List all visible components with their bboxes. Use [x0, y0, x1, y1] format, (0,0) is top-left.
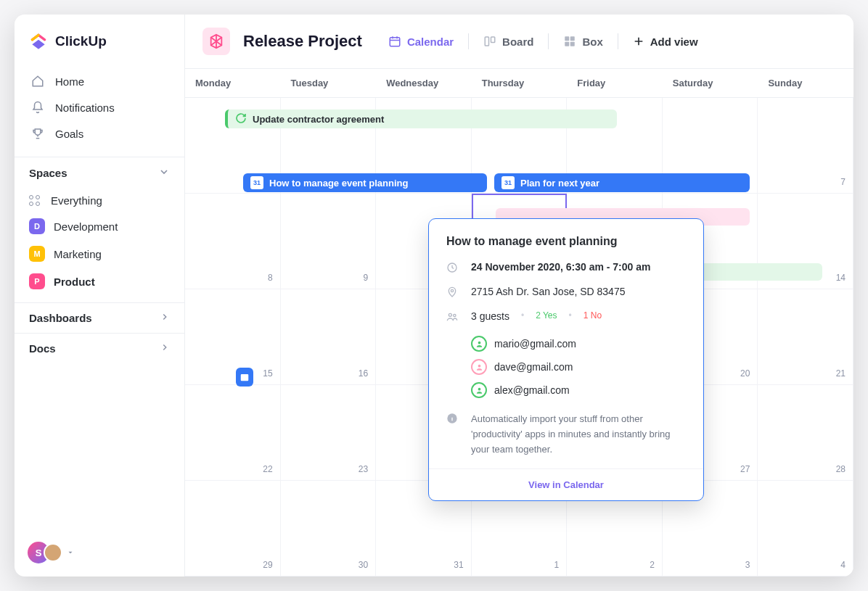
view-label: Board	[502, 36, 533, 48]
separator: •	[569, 310, 572, 325]
section-label: Spaces	[29, 167, 67, 179]
day-header: Tuesday	[281, 69, 377, 97]
space-label: Marketing	[54, 248, 102, 260]
day-cell[interactable]: 29	[185, 481, 281, 576]
calendar-icon	[388, 35, 401, 48]
person-icon	[471, 359, 487, 375]
trophy-icon	[30, 126, 45, 141]
plus-icon	[633, 36, 644, 47]
event-planning[interactable]: 31 How to manage event planning	[243, 173, 487, 192]
chevron-right-icon	[160, 342, 170, 355]
nav-home[interactable]: Home	[22, 68, 177, 94]
view-label: Calendar	[407, 36, 454, 48]
space-badge: D	[29, 218, 45, 234]
svg-point-12	[478, 341, 480, 344]
day-cell[interactable]: 30	[281, 481, 377, 576]
view-in-calendar-link[interactable]: View in Calendar	[429, 468, 703, 500]
space-development[interactable]: D Development	[15, 212, 184, 240]
day-cell[interactable]: 4	[758, 481, 853, 576]
section-dashboards[interactable]: Dashboards	[15, 302, 184, 333]
separator: •	[521, 310, 524, 325]
section-label: Dashboards	[29, 312, 92, 324]
day-header: Thursday	[472, 69, 568, 97]
view-label: Box	[582, 36, 602, 48]
day-cell[interactable]: 8	[185, 194, 281, 289]
popup-title: How to manage event planning	[446, 235, 686, 248]
section-spaces[interactable]: Spaces	[15, 157, 184, 189]
day-cell[interactable]: 7	[758, 98, 853, 194]
event-contractor[interactable]: Update contractor agreement	[225, 109, 617, 128]
space-everything[interactable]: Everything	[15, 189, 184, 212]
guest-row: dave@gmail.com	[471, 355, 686, 379]
logo[interactable]: ClickUp	[15, 15, 184, 65]
svg-rect-0	[390, 38, 400, 46]
view-calendar[interactable]: Calendar	[387, 32, 455, 51]
day-cell[interactable]: 15	[185, 289, 281, 385]
popup-datetime: 24 November 2020, 6:30 am - 7:00 am	[471, 261, 650, 276]
view-board[interactable]: Board	[482, 32, 535, 51]
day-cell[interactable]: 9	[281, 194, 377, 289]
day-header: Monday	[185, 69, 281, 97]
project-title: Release Project	[243, 32, 362, 51]
grid-icon	[563, 35, 576, 48]
space-product[interactable]: P Product	[15, 268, 184, 295]
section-label: Docs	[29, 342, 56, 355]
space-badge: P	[29, 273, 45, 289]
view-label: Add view	[650, 36, 698, 48]
space-label: Development	[54, 220, 118, 233]
nav-label: Home	[55, 75, 84, 88]
bell-icon	[30, 100, 45, 115]
guest-list: mario@gmail.com dave@gmail.com alex@gmai…	[471, 332, 686, 402]
people-icon	[446, 310, 459, 325]
section-docs[interactable]: Docs	[15, 333, 184, 363]
svg-point-9	[451, 289, 453, 292]
nav-notifications[interactable]: Notifications	[22, 94, 177, 120]
guests-yes: 2 Yes	[536, 310, 557, 325]
day-cell[interactable]: 22	[185, 385, 281, 481]
divider	[618, 33, 618, 49]
event-popup: How to manage event planning 24 November…	[428, 218, 704, 501]
day-cell[interactable]: 16	[281, 289, 377, 385]
spaces-list: Everything D Development M Marketing P P…	[15, 189, 184, 302]
day-header: Sunday	[758, 69, 853, 97]
space-marketing[interactable]: M Marketing	[15, 240, 184, 268]
event-next-year[interactable]: 31 Plan for next year	[494, 173, 750, 192]
add-view[interactable]: Add view	[631, 33, 700, 51]
guest-row: alex@gmail.com	[471, 379, 686, 402]
event-chip[interactable]	[236, 368, 253, 387]
nav-label: Goals	[55, 128, 83, 140]
svg-rect-1	[485, 37, 488, 46]
day-cell[interactable]: 23	[281, 385, 377, 481]
main: Release Project Calendar Board Box Add v…	[185, 15, 853, 576]
day-header: Wednesday	[376, 69, 472, 97]
person-icon	[471, 382, 487, 398]
view-box[interactable]: Box	[562, 32, 604, 51]
person-icon	[471, 336, 487, 352]
event-label: Update contractor agreement	[253, 114, 384, 125]
svg-point-10	[449, 313, 451, 316]
board-icon	[483, 35, 496, 48]
svg-point-11	[454, 314, 456, 316]
svg-rect-2	[491, 37, 495, 43]
app-window: ClickUp Home Notifications Goals Spaces	[15, 15, 853, 576]
user-avatars[interactable]: S	[15, 529, 184, 576]
svg-rect-6	[570, 42, 575, 46]
sidebar: ClickUp Home Notifications Goals Spaces	[15, 15, 185, 576]
calendar-header: Monday Tuesday Wednesday Thursday Friday…	[185, 69, 853, 98]
day-cell[interactable]: 21	[758, 289, 853, 385]
space-badge: M	[29, 246, 45, 262]
guest-email: alex@gmail.com	[494, 384, 570, 396]
guest-email: mario@gmail.com	[494, 338, 576, 350]
info-icon	[446, 412, 459, 457]
svg-rect-3	[565, 36, 570, 41]
nav-goals[interactable]: Goals	[22, 120, 177, 146]
chevron-down-icon	[158, 166, 170, 180]
svg-point-14	[478, 387, 480, 390]
logo-icon	[29, 32, 48, 51]
refresh-icon	[235, 112, 247, 126]
day-cell[interactable]: 28	[758, 385, 853, 481]
calendar: Monday Tuesday Wednesday Thursday Friday…	[185, 69, 853, 576]
nav-label: Notifications	[55, 102, 115, 114]
calendar-icon: 31	[250, 176, 263, 189]
svg-rect-5	[565, 42, 570, 46]
